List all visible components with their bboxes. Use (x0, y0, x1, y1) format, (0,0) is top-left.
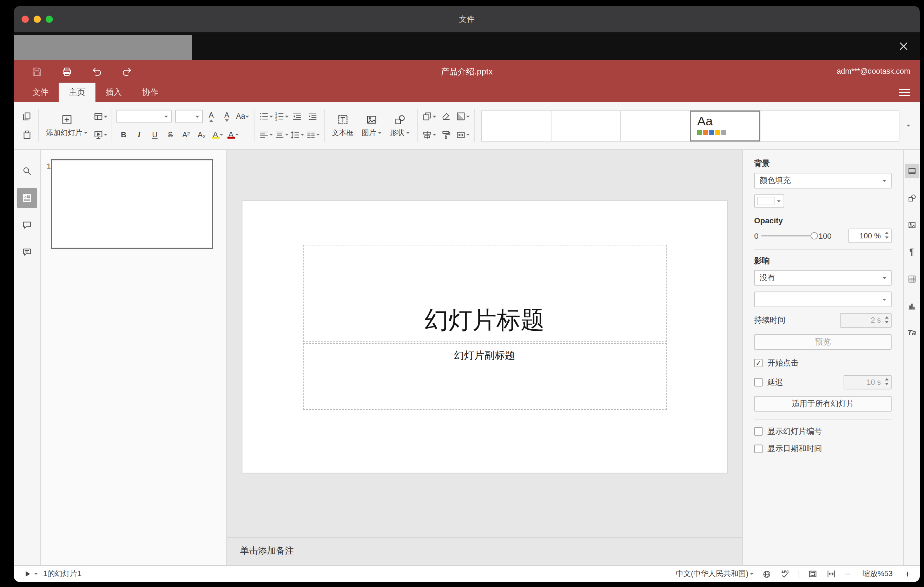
document-language-button[interactable] (762, 569, 772, 579)
delay-checkbox[interactable] (754, 378, 762, 386)
zoom-in-button[interactable]: + (905, 569, 910, 579)
highlight-color-button[interactable]: A (210, 127, 224, 142)
effect-option-select[interactable] (754, 292, 891, 307)
opacity-slider[interactable] (761, 232, 815, 239)
shape-settings-button[interactable] (903, 184, 920, 211)
spinner-arrows[interactable] (885, 316, 889, 324)
comments-button[interactable] (14, 211, 40, 238)
maximize-window-button[interactable] (46, 15, 53, 23)
superscript-button[interactable]: A² (179, 127, 193, 142)
textart-settings-button[interactable]: Ta (903, 319, 920, 346)
fit-slide-button[interactable] (808, 569, 818, 579)
decrease-font-button[interactable]: A (220, 110, 234, 124)
table-settings-button[interactable] (903, 265, 920, 292)
fill-color-button[interactable] (455, 110, 470, 124)
paragraph-settings-button[interactable]: ¶ (903, 238, 920, 265)
spellcheck-button[interactable]: ABC (780, 569, 790, 579)
theme-thumbnail[interactable] (551, 110, 621, 142)
font-name-select[interactable] (117, 110, 172, 123)
slides-panel-button[interactable] (14, 184, 40, 211)
theme-thumbnail-selected[interactable]: Aa (690, 110, 760, 142)
font-size-select[interactable] (175, 110, 203, 123)
strikethrough-button[interactable]: S (163, 127, 178, 142)
theme-gallery-expand-button[interactable] (902, 110, 915, 142)
language-select[interactable]: 中文(中华人民共和国) (676, 569, 754, 579)
tab-file[interactable]: 文件 (22, 83, 59, 102)
decrease-indent-button[interactable] (290, 110, 304, 124)
increase-indent-button[interactable] (305, 110, 320, 124)
close-icon[interactable] (898, 41, 909, 52)
bold-button[interactable]: B (117, 127, 131, 142)
italic-button[interactable]: I (132, 127, 147, 142)
notes-area[interactable]: 单击添加备注 (227, 537, 742, 565)
delay-spinner[interactable]: 10 s (843, 375, 892, 389)
paste-button[interactable] (20, 127, 34, 142)
show-date-time-checkbox[interactable] (754, 444, 762, 453)
clear-style-button[interactable] (439, 110, 453, 124)
change-case-button[interactable]: Aa (235, 110, 249, 124)
slide-subtitle-placeholder[interactable]: 幻灯片副标题 (303, 343, 666, 410)
opacity-spinner[interactable]: 100 % (848, 229, 892, 243)
insert-shape-button[interactable]: 形状 (386, 102, 414, 150)
align-shape-button[interactable] (422, 127, 436, 142)
horizontal-align-button[interactable] (259, 127, 273, 142)
delay-label: 延迟 (767, 377, 783, 387)
fit-width-button[interactable] (827, 569, 837, 579)
fit-slide-icon (808, 569, 818, 579)
insert-textbox-button[interactable]: 文本框 (328, 102, 357, 150)
minimize-window-button[interactable] (34, 15, 41, 23)
image-settings-button[interactable] (903, 211, 920, 238)
svg-text:3: 3 (275, 118, 277, 122)
slide-editor[interactable]: 幻灯片标题 幻灯片副标题 (242, 201, 727, 473)
arrange-shape-button[interactable] (422, 110, 436, 124)
tab-collaboration[interactable]: 协作 (132, 83, 168, 102)
align-left-icon (259, 130, 270, 140)
slide-title-placeholder[interactable]: 幻灯片标题 (303, 245, 666, 342)
start-slideshow-button[interactable] (93, 127, 107, 142)
chat-button[interactable] (14, 238, 40, 265)
apply-to-all-button[interactable]: 适用于所有幻灯片 (754, 396, 891, 411)
preview-button[interactable]: 预览 (754, 334, 891, 350)
opacity-slider-knob[interactable] (810, 232, 818, 239)
zoom-out-button[interactable]: − (845, 569, 851, 579)
subscript-button[interactable]: A₂ (195, 127, 209, 142)
copy-button[interactable] (20, 110, 34, 124)
show-slide-number-checkbox[interactable] (754, 427, 762, 436)
tab-home[interactable]: 主页 (59, 83, 95, 102)
copy-style-button[interactable] (439, 127, 453, 142)
superscript-label: A² (182, 130, 190, 139)
numbering-button[interactable]: 123 (274, 110, 289, 124)
effect-select[interactable]: 没有 (754, 270, 891, 285)
theme-thumbnail[interactable] (620, 110, 691, 142)
insert-image-button[interactable]: 图片 (358, 102, 386, 150)
slide-size-button[interactable] (455, 127, 470, 142)
vertical-align-button[interactable] (274, 127, 289, 142)
spinner-arrows[interactable] (885, 232, 889, 239)
slide-layout-button[interactable] (93, 110, 107, 124)
columns-button[interactable] (305, 127, 320, 142)
start-on-click-checkbox[interactable]: ✓ (754, 359, 762, 367)
left-icon-strip (14, 150, 41, 565)
clipboard-group (18, 102, 35, 150)
underline-button[interactable]: U (147, 127, 162, 142)
fill-color-swatch[interactable] (754, 195, 784, 208)
fill-type-select[interactable]: 颜色填充 (754, 173, 891, 188)
theme-thumbnail[interactable] (481, 110, 551, 142)
slides-icon (22, 192, 33, 203)
line-spacing-button[interactable] (290, 127, 304, 142)
search-button[interactable] (14, 157, 40, 184)
increase-font-button[interactable]: A (204, 110, 218, 124)
duration-spinner[interactable]: 2 s (840, 313, 892, 328)
bullets-button[interactable] (259, 110, 273, 124)
slide-settings-button[interactable] (903, 157, 920, 184)
start-slideshow-statusbar-button[interactable] (23, 569, 38, 579)
tab-insert[interactable]: 插入 (96, 83, 132, 102)
spinner-arrows[interactable] (885, 378, 889, 386)
chart-settings-button[interactable] (903, 292, 920, 319)
close-window-button[interactable] (22, 15, 29, 23)
slide-thumbnail[interactable] (51, 159, 213, 249)
hamburger-menu-icon[interactable] (899, 89, 910, 96)
add-slide-button[interactable]: 添加幻灯片 (42, 102, 92, 150)
apply-to-all-label: 适用于所有幻灯片 (792, 399, 854, 409)
font-color-button[interactable]: A (226, 127, 240, 142)
